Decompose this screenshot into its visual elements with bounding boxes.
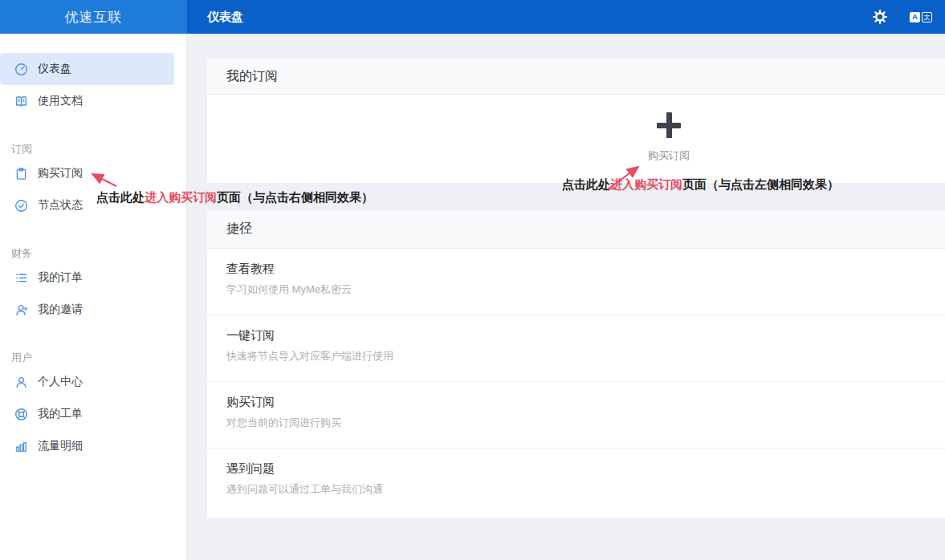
shortcuts-title: 捷径 — [207, 210, 945, 249]
lifebuoy-icon — [14, 408, 28, 421]
annotation-text: 点击此处 — [562, 177, 610, 191]
shortcut-subtitle: 遇到问题可以通过工单与我们沟通 — [226, 482, 926, 497]
sidebar-item-label: 流量明细 — [38, 439, 83, 453]
shortcut-title: 购买订阅 — [226, 395, 926, 410]
gear-icon[interactable] — [871, 8, 889, 26]
shortcut-title: 一键订阅 — [226, 328, 926, 343]
shortcut-one-click-subscribe[interactable]: 一键订阅 快速将节点导入对应客户端进行使用 — [207, 315, 945, 382]
plus-icon — [656, 112, 682, 138]
shortcut-subtitle: 学习如何使用 MyMe私密云 — [226, 282, 926, 297]
sidebar-item-my-tickets[interactable]: 我的工单 — [0, 398, 186, 430]
sidebar-item-my-invites[interactable]: 我的邀请 — [0, 294, 186, 326]
check-circle-icon — [14, 199, 28, 213]
shortcut-subtitle: 快速将节点导入对应客户端进行使用 — [226, 349, 926, 363]
user-icon — [14, 375, 28, 389]
topbar-actions: A 文 — [871, 0, 932, 34]
annotation-left: 点击此处进入购买订阅页面（与点击右侧相同效果） — [96, 190, 373, 205]
shortcuts-card: 捷径 查看教程 学习如何使用 MyMe私密云 一键订阅 快速将节点导入对应客户端… — [207, 210, 945, 517]
sidebar: 仪表盘 使用文档 订阅 购买订阅 节点状态 财务 — [0, 34, 187, 560]
sidebar-item-label: 仪表盘 — [38, 62, 71, 76]
buy-subscription-label: 购买订阅 — [648, 148, 690, 163]
sidebar-section-finance: 财务 — [0, 246, 186, 262]
shortcut-view-tutorial[interactable]: 查看教程 学习如何使用 MyMe私密云 — [207, 249, 945, 315]
sidebar-item-label: 节点状态 — [38, 198, 83, 213]
brand-logo: 优速互联 — [0, 0, 187, 34]
sidebar-item-docs[interactable]: 使用文档 — [0, 85, 186, 117]
annotation-text: 页面（与点击右侧相同效果） — [217, 190, 373, 204]
sidebar-item-my-orders[interactable]: 我的订单 — [0, 262, 186, 294]
sidebar-item-traffic-detail[interactable]: 流量明细 — [0, 430, 186, 462]
shortcut-title: 查看教程 — [226, 262, 926, 277]
shortcut-title: 遇到问题 — [226, 461, 926, 477]
sidebar-item-label: 我的订单 — [38, 270, 83, 285]
order-list-icon — [14, 271, 28, 285]
my-subscription-card: 我的订阅 — [207, 59, 945, 183]
annotation-middle: 点击此处进入购买订阅页面（与点击左侧相同效果） — [562, 177, 839, 193]
invite-user-icon — [14, 303, 28, 317]
shortcut-buy-subscription[interactable]: 购买订阅 对您当前的订阅进行购买 — [207, 382, 945, 448]
my-subscription-title: 我的订阅 — [207, 59, 945, 95]
bar-chart-icon — [14, 440, 28, 453]
shortcut-subtitle: 对您当前的订阅进行购买 — [226, 416, 926, 430]
sidebar-item-label: 使用文档 — [38, 94, 83, 108]
translate-cjk-glyph: 文 — [922, 12, 932, 22]
page-title: 仪表盘 — [207, 0, 243, 34]
sidebar-item-label: 我的工单 — [38, 407, 83, 421]
annotation-text: 页面（与点击左侧相同效果） — [682, 177, 839, 191]
annotation-highlight: 进入购买订阅 — [610, 177, 682, 191]
sidebar-item-label: 我的邀请 — [38, 302, 83, 317]
shortcut-have-problem[interactable]: 遇到问题 遇到问题可以通过工单与我们沟通 — [207, 448, 945, 515]
sidebar-item-dashboard[interactable]: 仪表盘 — [0, 53, 174, 85]
topbar: 优速互联 仪表盘 A 文 — [0, 0, 945, 34]
clipboard-icon — [14, 167, 28, 181]
annotation-text: 点击此处 — [96, 190, 145, 204]
translate-icon[interactable]: A 文 — [910, 12, 932, 22]
gauge-icon — [14, 63, 28, 76]
annotation-highlight: 进入购买订阅 — [145, 190, 217, 204]
sidebar-section-user: 用户 — [0, 350, 186, 366]
sidebar-item-label: 个人中心 — [38, 375, 83, 389]
translate-latin-glyph: A — [910, 12, 920, 22]
sidebar-item-profile[interactable]: 个人中心 — [0, 366, 186, 398]
sidebar-item-label: 购买订阅 — [38, 166, 83, 181]
buy-subscription-button[interactable]: 购买订阅 — [648, 112, 690, 163]
book-icon — [14, 95, 28, 108]
sidebar-item-buy-subscription[interactable]: 购买订阅 — [0, 157, 186, 189]
sidebar-section-subscription: 订阅 — [0, 141, 186, 157]
